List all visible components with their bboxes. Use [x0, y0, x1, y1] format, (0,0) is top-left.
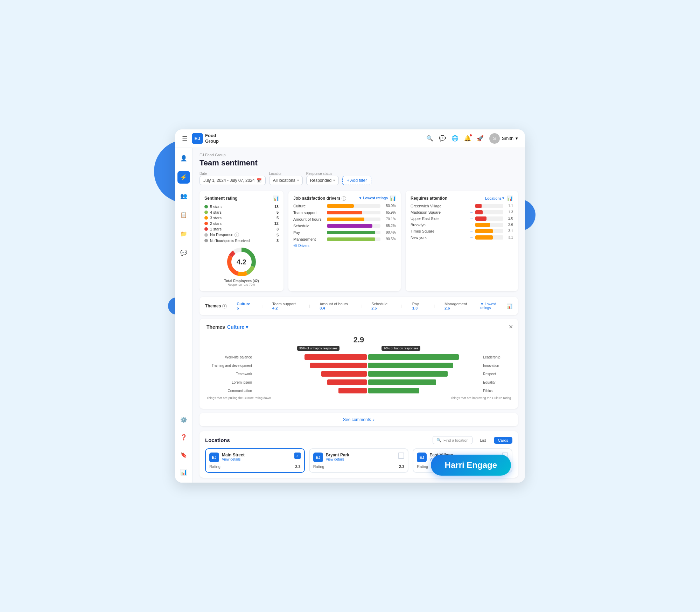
loc-card-mainstreet[interactable]: EJ Main Street View details ✓ Rating 2.3 — [205, 448, 305, 473]
loc-logo-mainstreet: EJ — [209, 453, 219, 462]
hamburger-icon[interactable]: ☰ — [182, 135, 188, 142]
ra-arrow-uppereast: → — [470, 216, 473, 220]
chart-footers: Things that are pulling the Culture rati… — [206, 396, 511, 400]
jsd-pct-pay: 90.4% — [383, 230, 396, 234]
list-view-button[interactable]: List — [476, 437, 490, 444]
jsd-bar-management — [327, 237, 375, 241]
sidebar-item-reports[interactable]: 📋 — [177, 209, 190, 221]
divider-4: | — [401, 304, 402, 308]
butterfly-row-communication: Communication — [206, 388, 511, 393]
b-bars-worklife — [253, 354, 482, 360]
loc-card-bryantpark[interactable]: EJ Bryant Park View details Rating 2.3 — [309, 448, 409, 473]
theme-tab-pay[interactable]: Pay 1.3 — [410, 300, 427, 312]
theme-tab-hours[interactable]: Amount of hours 3.4 — [317, 300, 354, 312]
jsd-label-teamsupport: Team support — [293, 211, 325, 215]
count-4stars: 5 — [276, 210, 279, 214]
lowest-ratings-filter[interactable]: ▼ Lowest ratings — [359, 196, 388, 200]
chart-icon-themes[interactable]: 📊 — [506, 303, 512, 309]
messages-icon[interactable]: 💬 — [439, 135, 446, 142]
butterfly-row-training: Training and development — [206, 363, 511, 368]
theme-tab-teamsupport[interactable]: Team support 4.2 — [270, 300, 302, 312]
annotation-right: 90% of happy responses — [382, 346, 420, 351]
jsd-row-culture: Culture 50.0% — [293, 204, 396, 208]
requires-attention-card: Requires attention Locations ▾ 📊 Greenwi… — [406, 191, 518, 292]
chart-icon-ra[interactable]: 📊 — [507, 195, 513, 201]
more-drivers-button[interactable]: +5 Drivers — [293, 244, 396, 248]
ra-bar-maddison — [475, 210, 483, 214]
rocket-icon[interactable]: 🚀 — [477, 135, 484, 142]
cards-view-button[interactable]: Cards — [494, 437, 512, 444]
chart-icon-jsd[interactable]: 📊 — [390, 195, 396, 201]
ra-score-greenwich: 1.1 — [505, 204, 513, 208]
sidebar-item-help[interactable]: ❓ — [177, 431, 190, 443]
b-bars-training — [253, 363, 482, 368]
globe-icon[interactable]: 🌐 — [451, 135, 458, 142]
ra-arrow-newyork: → — [470, 235, 473, 239]
theme-tab-management[interactable]: Management 2.6 — [442, 300, 473, 312]
b-bars-lorem — [253, 379, 482, 385]
loc-check-mainstreet: ✓ — [294, 453, 301, 459]
lowest-ratings-themes[interactable]: ▼ Lowest ratings — [480, 302, 504, 310]
loc-link-mainstreet[interactable]: View details — [222, 457, 245, 461]
info-icon-themes[interactable]: i — [222, 304, 227, 308]
divider-1: | — [261, 304, 262, 308]
location-search[interactable]: 🔍 Find a location — [433, 436, 472, 444]
location-filter[interactable]: All locations ▾ — [269, 176, 303, 185]
b-label-teamwork: Teamwork — [206, 372, 252, 376]
themes-tab-bar: Themes i Culture 5 | Team support 4.2 | … — [200, 297, 518, 315]
jsd-label-culture: Culture — [293, 204, 325, 208]
sidebar-item-analytics[interactable]: 📊 — [177, 466, 190, 478]
ra-row-brooklyn: Brooklyn → 2.6 — [411, 223, 513, 227]
chart-icon[interactable]: 📊 — [273, 195, 279, 201]
themes-detail-label: Themes — [206, 324, 225, 330]
ra-bar-brooklyn — [475, 223, 490, 227]
jsd-bar-teamsupport — [327, 211, 362, 214]
location-filter-label: Location — [269, 172, 303, 176]
sidebar-item-profile[interactable]: 👤 — [177, 152, 190, 165]
see-comments-button[interactable]: See comments › — [200, 413, 518, 426]
theme-tab-culture[interactable]: Culture 5 — [234, 300, 254, 312]
b-label-innovation: Innovation — [483, 364, 511, 368]
jsd-bar-hours — [327, 218, 364, 221]
label-5stars: 5 stars — [210, 205, 272, 209]
notification-badge — [469, 134, 472, 137]
donut-rate: Response rate 70% — [227, 283, 255, 286]
sidebar-item-bookmark[interactable]: 🔖 — [177, 448, 190, 461]
themes-culture-label[interactable]: Culture ▾ — [227, 324, 248, 330]
footer-left: Things that are pulling the Culture rati… — [206, 396, 271, 400]
location-filter-value: All locations — [273, 178, 295, 183]
logo: EJ FoodGroup — [192, 133, 219, 144]
neg-bar-worklife — [304, 354, 367, 360]
jsd-row-management: Management 90.5% — [293, 237, 396, 241]
jsd-label-hours: Amount of hours — [293, 217, 325, 221]
response-filter[interactable]: Responded ▾ — [306, 176, 339, 185]
sidebar-item-files[interactable]: 📁 — [177, 228, 190, 240]
jsd-pct-management: 90.5% — [383, 237, 396, 241]
pos-bar-worklife — [368, 354, 459, 360]
ra-label-brooklyn: Brooklyn — [411, 223, 468, 227]
close-themes-button[interactable]: ✕ — [509, 323, 513, 330]
sidebar-item-dashboard[interactable]: ⚡ — [177, 171, 190, 184]
location-search-placeholder: Find a location — [443, 438, 469, 442]
count-5stars: 13 — [274, 205, 279, 209]
sidebar-item-messages[interactable]: 💬 — [177, 247, 190, 259]
info-icon-jsd[interactable]: i — [342, 196, 346, 201]
date-filter-label: Date — [200, 172, 266, 176]
date-filter[interactable]: July 1, 2024 - July 07, 2024 📅 — [200, 176, 266, 185]
chevron-down-icon-culture: ▾ — [246, 324, 248, 330]
butterfly-chart: 2.9 90% of unhappy responses 90% of happ… — [206, 332, 511, 403]
ra-bar-newyork — [475, 235, 493, 240]
loc-link-bryantpark[interactable]: View details — [326, 457, 349, 461]
label-2stars: 2 stars — [210, 221, 272, 226]
info-icon[interactable]: i — [234, 233, 239, 237]
add-filter-button[interactable]: + Add filter — [342, 176, 371, 185]
theme-tab-schedule[interactable]: Schedule 2.5 — [369, 300, 394, 312]
locations-dropdown-btn[interactable]: Locations ▾ — [485, 196, 504, 200]
sidebar-item-team[interactable]: 👥 — [177, 190, 190, 202]
main-card: ☰ EJ FoodGroup 🔍 💬 🌐 🔔 🚀 S Smith — [175, 129, 525, 483]
jsd-row-teamsupport: Team support 65.9% — [293, 211, 396, 215]
notifications-icon[interactable]: 🔔 — [464, 135, 471, 142]
sidebar-item-settings[interactable]: ⚙️ — [177, 413, 190, 426]
search-icon[interactable]: 🔍 — [426, 135, 433, 142]
user-menu[interactable]: S Smith ▾ — [489, 133, 518, 144]
